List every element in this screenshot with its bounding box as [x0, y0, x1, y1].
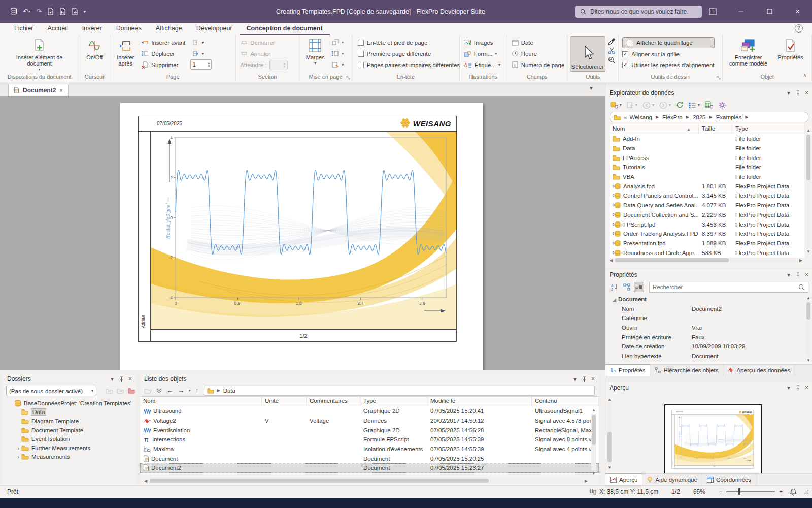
sort-az-icon[interactable]: AZ [610, 282, 620, 292]
property-row-protege-en-ecriture[interactable]: Protégé en écritureFaux [610, 332, 804, 342]
object-row-intersections[interactable]: πIntersectionsFormule FPScript07/05/2025… [140, 435, 599, 444]
dock-tab-aide-dynamique[interactable]: Aide dynamique [642, 474, 702, 485]
property-row-nom[interactable]: NomDocument2 [610, 304, 804, 314]
delete-page-button[interactable]: Supprimer [140, 59, 187, 70]
column-header-type[interactable]: Type [732, 124, 804, 134]
chart-cell[interactable]: 420-2-400,91,82,73,6RectangleSignal ― [151, 132, 456, 329]
property-value[interactable]: Document2 [692, 306, 804, 312]
chevron-down-icon[interactable]: ▼ [572, 376, 578, 382]
save-database-icon[interactable] [10, 8, 17, 15]
tree-item-diagram-template[interactable]: Diagram Template [8, 417, 136, 426]
zoom-out-icon[interactable]: − [719, 488, 722, 495]
datasource-icon[interactable] [610, 101, 618, 109]
property-value[interactable]: 10/09/2009 18:03:29 [692, 343, 804, 350]
tree-item-document-template[interactable]: Document Template [8, 426, 136, 435]
time-field-button[interactable]: Heure [510, 48, 566, 59]
dock-tab-proprietes[interactable]: YPropriétés [605, 364, 650, 376]
zoom-slider-thumb[interactable] [738, 488, 740, 495]
history-dropdown-icon[interactable]: ▾ [189, 388, 191, 393]
gear-icon[interactable] [718, 101, 726, 109]
dock-tab-apercu-des-donnees[interactable]: Aperçu des données [723, 365, 795, 376]
properties-search-input[interactable] [653, 284, 798, 290]
move-page-button[interactable]: Déplacer [140, 48, 187, 59]
margins-button[interactable]: Marges ▾ [302, 36, 328, 67]
breadcrumb-item[interactable]: Data [223, 388, 235, 394]
explorer-row[interactable]: FPAccessFile folder [610, 153, 804, 163]
explorer-row[interactable]: Add-InFile folder [610, 134, 804, 144]
pin-icon[interactable] [796, 90, 800, 96]
tree-item-event-isolation[interactable]: Event Isolation [8, 434, 136, 443]
breadcrumb-item-2025[interactable]: 2025 [693, 114, 706, 120]
explorer-row[interactable]: TutorialsFile folder [610, 163, 804, 172]
close-button[interactable]: × [784, 0, 812, 23]
object-row-maxima[interactable]: MaximaIsolation d'événements07/05/2025 1… [140, 444, 599, 454]
object-list-hscrollbar[interactable]: ◀▶ [144, 478, 588, 484]
header-check-premiere-page-differente[interactable]: Première page différente [358, 48, 460, 59]
cursor-onoff-button[interactable]: On/Off [82, 36, 107, 61]
tab-fichier[interactable]: Fichier [7, 23, 41, 35]
tree-item-measurements[interactable]: ›Measurements [8, 453, 136, 462]
object-list-column-headers[interactable]: NomUnitéCommentairesTypeModifié leConten… [140, 396, 599, 406]
properties-search[interactable] [649, 282, 808, 293]
insert-page-after-button[interactable]: Insérer après [113, 36, 138, 67]
tell-me-search[interactable]: Dites-nous ce que vous voulez faire. [575, 6, 702, 18]
tree-expander-icon[interactable]: › [15, 445, 21, 451]
explorer-row[interactable]: VBAFile folder [610, 172, 804, 182]
explorer-row[interactable]: Control Panels and Control...3.145 KBFle… [610, 191, 804, 201]
background-button[interactable]: ▾ [330, 59, 345, 70]
column-header-type[interactable]: Type [360, 397, 427, 406]
close-icon[interactable]: × [805, 384, 808, 391]
explorer-row[interactable]: Presentation.fpd1.089 KBFlexPro Project … [610, 239, 804, 248]
select-tool-button[interactable]: Sélectionner [570, 36, 605, 72]
object-list-breadcrumb[interactable]: ▶ Data [204, 386, 595, 396]
section-start-button[interactable]: Démarrer [239, 37, 289, 48]
pin-icon[interactable] [796, 385, 800, 391]
run-all-icon[interactable] [72, 8, 78, 15]
explorer-row[interactable]: FPScript.fpd3.453 KBFlexPro Project Data [610, 219, 804, 229]
tree-item-further-measurements[interactable]: ›Further Measurements [8, 443, 136, 453]
breadcrumb-item-weisang[interactable]: Weisang [629, 114, 652, 120]
close-icon[interactable]: × [591, 375, 595, 383]
object-row-eventisolation[interactable]: EventIsolationGraphique 2D07/05/2025 14:… [140, 425, 599, 435]
property-row-categorie[interactable]: Catégorie [610, 313, 804, 323]
object-row-voltage2[interactable]: Voltage2VVoltageDonnées20/02/2017 14:59:… [140, 416, 599, 426]
shapes-button[interactable]: Form...▾ [462, 48, 502, 59]
qat-overflow-icon[interactable]: ▾ [84, 9, 86, 14]
explorer-column-headers[interactable]: NomTailleType▲ [610, 124, 804, 134]
tab-donnees[interactable]: Données [109, 23, 149, 35]
index-calc-icon[interactable] [705, 101, 713, 109]
property-value[interactable]: Vrai [692, 325, 804, 331]
refresh-icon[interactable] [676, 101, 684, 109]
expand-all-icon[interactable] [156, 388, 162, 394]
explorer-row[interactable]: Data Query and Series Anal...4.077 KBFle… [610, 201, 804, 210]
drawing-check-aligner-sur-la-grille[interactable]: ✓Aligner sur la grille [622, 49, 714, 59]
dock-tab-apercu[interactable]: Aperçu [605, 473, 642, 485]
dock-tab-coordonnees[interactable]: Coordonnées [702, 474, 756, 485]
close-icon[interactable]: × [128, 375, 132, 383]
folder-forward-icon[interactable] [117, 388, 124, 394]
dialog-launcher-icon[interactable] [717, 76, 721, 80]
tree-expander-icon[interactable]: › [15, 454, 21, 460]
document-page[interactable]: 07/05/2025 WEISANG Adrian 420-2-400,91,8… [120, 103, 483, 370]
redo-icon[interactable]: ↷ [36, 8, 42, 15]
ribbon-display-options-icon[interactable] [698, 0, 727, 23]
document-canvas[interactable]: 07/05/2025 WEISANG Adrian 420-2-400,91,8… [0, 96, 605, 370]
column-header-taille[interactable]: Taille [699, 124, 732, 134]
tree-item-basedonneesprojet-creating-templates[interactable]: BaseDonnéesProjet: 'Creating Templates' [8, 399, 136, 408]
help-icon[interactable]: ? [795, 24, 803, 33]
header-check-en-tete-et-pied-de-page[interactable]: En-tête et pied de page [358, 37, 460, 48]
zoom-in-icon[interactable]: + [779, 488, 783, 495]
subfolder-filter-select[interactable]: (Pas de sous-dossier activé)▾ [6, 386, 96, 396]
object-list-vscrollbar[interactable]: ▲▼ [591, 408, 597, 476]
status-zoom-level[interactable]: 65% [693, 488, 705, 495]
categorize-icon[interactable] [622, 282, 632, 292]
status-page-number[interactable]: 1/2 [671, 488, 680, 495]
section-goto-spinner[interactable]: ▴▾ [269, 60, 288, 70]
new-folder-icon[interactable] [128, 388, 135, 394]
breadcrumb-collapse[interactable]: « [624, 114, 627, 120]
chevron-down-icon[interactable]: ▼ [786, 385, 791, 391]
minimize-button[interactable]: ─ [727, 0, 755, 23]
insert-document-element-button[interactable]: Insérer élément de document ▾ [9, 36, 70, 73]
property-category[interactable]: ◢Document [610, 295, 804, 304]
preview-page-image[interactable]: 07/05/2025 WEISANG Adrian 420-2-400,91,8… [667, 407, 760, 475]
